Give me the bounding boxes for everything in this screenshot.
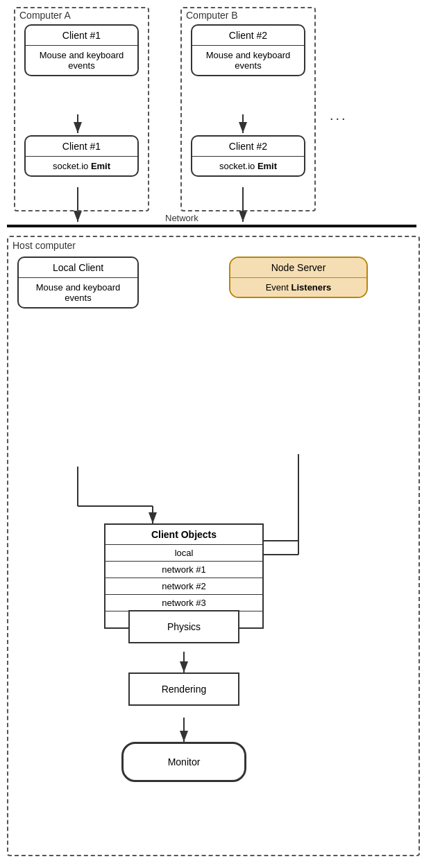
rendering-label: Rendering [162,684,207,695]
computer-b-label: Computer B [186,10,238,21]
local-client-title: Local Client [19,258,137,277]
client1-socketio-text: socket.io [53,161,91,171]
client2-top-subtitle: Mouse and keyboard events [192,45,304,75]
client2-socketio-text: socket.io [219,161,257,171]
client1-top-subtitle: Mouse and keyboard events [26,45,137,75]
client2-top-title: Client #2 [192,26,304,45]
local-client-subtitle: Mouse and keyboard events [19,277,137,307]
node-server-event-text: Event [266,282,291,293]
client1-bottom-subtitle: socket.io Emit [26,156,137,175]
client-objects-row-network3: network #3 [105,595,262,611]
node-server-subtitle: Event Listeners [230,277,366,297]
computer-a-label: Computer A [19,10,71,21]
node-server-title: Node Server [230,258,366,277]
client1-bottom-box: Client #1 socket.io Emit [24,135,139,177]
host-computer-label: Host computer [12,240,76,251]
node-server-listeners-text: Listeners [291,282,332,293]
client2-bottom-subtitle: socket.io Emit [192,156,304,175]
network-line [7,225,416,227]
node-server-box: Node Server Event Listeners [229,257,368,298]
diagram: Computer A Client #1 Mouse and keyboard … [0,0,431,868]
client2-emit-text: Emit [257,161,277,171]
client-objects-row-network2: network #2 [105,578,262,595]
client-objects-row-local: local [105,545,262,562]
client-objects-header: Client Objects [105,525,262,545]
client1-top-box: Client #1 Mouse and keyboard events [24,24,139,76]
client2-bottom-box: Client #2 socket.io Emit [191,135,305,177]
physics-box: Physics [128,610,239,643]
monitor-box: Monitor [121,742,246,782]
network-label: Network [165,213,198,223]
local-client-box: Local Client Mouse and keyboard events [17,257,139,309]
client-objects-row-network1: network #1 [105,562,262,578]
monitor-label: Monitor [168,756,201,767]
physics-label: Physics [167,621,201,632]
client1-emit-text: Emit [91,161,110,171]
client1-bottom-title: Client #1 [26,137,137,156]
client2-top-box: Client #2 Mouse and keyboard events [191,24,305,76]
client2-bottom-title: Client #2 [192,137,304,156]
rendering-box: Rendering [128,672,239,706]
ellipsis-label: ... [330,107,348,123]
client1-top-title: Client #1 [26,26,137,45]
